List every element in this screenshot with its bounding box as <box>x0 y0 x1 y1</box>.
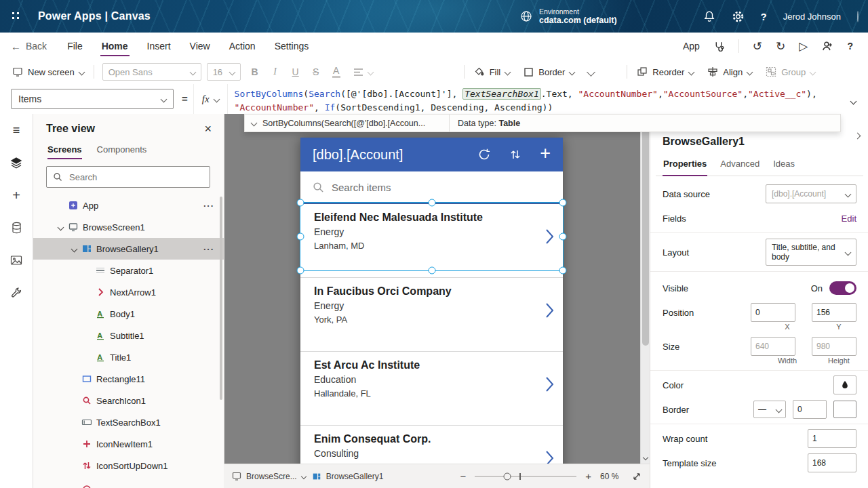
position-y-input[interactable] <box>812 303 856 322</box>
tree-item-nextarrow1[interactable]: NextArrow1 <box>33 281 224 303</box>
font-color-button[interactable]: A <box>326 60 347 84</box>
next-arrow-icon[interactable] <box>545 376 554 392</box>
panel-tab-advanced[interactable]: Advanced <box>714 153 766 176</box>
menu-item-action[interactable]: Action <box>220 33 265 60</box>
border-width-input[interactable] <box>793 400 827 419</box>
new-screen-button[interactable]: New screen <box>5 60 91 84</box>
tree-item-body1[interactable]: A Body1 <box>33 303 224 325</box>
position-x-input[interactable] <box>751 303 795 322</box>
next-arrow-icon[interactable] <box>545 450 554 464</box>
font-size-select[interactable]: 16 <box>207 63 241 81</box>
zoom-slider[interactable] <box>475 476 576 477</box>
reorder-button[interactable]: Reorder <box>630 60 701 84</box>
gallery-header-bar[interactable]: [dbo].[Account] + <box>300 138 563 171</box>
tree-view-close-button[interactable]: × <box>204 123 212 135</box>
rail-insert-button[interactable]: + <box>0 179 33 211</box>
new-item-button[interactable]: + <box>540 144 551 163</box>
more-formatting-button[interactable] <box>581 60 601 84</box>
account-button[interactable] <box>857 12 859 22</box>
menu-item-file[interactable]: File <box>58 33 92 60</box>
menubar-help-button[interactable]: ? <box>847 41 853 51</box>
app-launcher-button[interactable] <box>0 0 33 33</box>
border-button[interactable]: Border <box>517 60 581 84</box>
fill-button[interactable]: Fill <box>467 60 517 84</box>
gallery-item[interactable]: Est Arcu Ac Institute Education Hallanda… <box>300 351 563 425</box>
scrollbar-down-button[interactable] <box>641 452 650 463</box>
next-arrow-icon[interactable] <box>545 228 554 245</box>
rail-media-button[interactable] <box>0 244 33 277</box>
fields-edit-link[interactable]: Edit <box>842 214 856 224</box>
current-screen-select[interactable]: BrowseScre... <box>232 472 306 481</box>
tree-scrollbar[interactable] <box>220 197 222 400</box>
bold-button[interactable]: B <box>245 60 265 84</box>
gallery-item[interactable]: Enim Consequat Corp. Consulting New Have… <box>300 425 563 464</box>
tree-item-partial[interactable] <box>33 476 224 488</box>
gallery-item[interactable]: In Faucibus Orci Company Energy York, PA <box>300 277 563 351</box>
design-canvas[interactable]: [dbo].[Account] + <box>224 114 640 464</box>
undo-button[interactable]: ↺ <box>753 41 762 52</box>
group-button[interactable]: Group <box>759 60 822 84</box>
zoom-out-button[interactable]: − <box>460 471 466 481</box>
menu-item-home[interactable]: Home <box>92 33 138 60</box>
border-style-select[interactable]: — <box>753 401 786 418</box>
formula-result-expression[interactable]: SortByColumns(Search([@'[dbo].[Accoun... <box>245 115 450 131</box>
app-checker-button[interactable] <box>713 41 725 52</box>
tree-item-searchicon1[interactable]: SearchIcon1 <box>33 390 224 411</box>
strikethrough-button[interactable]: S <box>306 60 326 84</box>
gallery-item[interactable]: Eleifend Nec Malesuada Institute Energy … <box>300 204 563 277</box>
settings-button[interactable] <box>732 10 745 23</box>
tree-item-iconnewitem1[interactable]: IconNewItem1 <box>33 433 224 455</box>
align-button[interactable]: Align <box>701 60 759 84</box>
visible-toggle[interactable] <box>829 281 856 295</box>
formula-bar-expand-button[interactable] <box>851 96 856 106</box>
size-height-input[interactable] <box>812 337 856 356</box>
share-button[interactable] <box>821 40 833 52</box>
tree-item-subtitle1[interactable]: A Subtitle1 <box>33 325 224 346</box>
tree-item-separator1[interactable]: Separator1 <box>33 260 224 281</box>
fit-to-window-button[interactable] <box>632 472 642 481</box>
tree-item-iconsortupdown1[interactable]: IconSortUpDown1 <box>33 455 224 476</box>
gallery-search-box[interactable]: Search items <box>300 171 563 204</box>
more-options-icon[interactable]: ··· <box>203 244 214 254</box>
back-button[interactable]: ← Back <box>11 41 47 52</box>
underline-button[interactable]: U <box>285 60 306 84</box>
next-arrow-icon[interactable] <box>545 302 554 319</box>
panel-tab-properties[interactable]: Properties <box>657 153 713 176</box>
notifications-button[interactable] <box>703 10 715 22</box>
tree-item-textsearchbox1[interactable]: TextSearchBox1 <box>33 411 224 433</box>
tree-item-browsegallery1[interactable]: BrowseGallery1 ··· <box>33 238 224 260</box>
font-family-select[interactable]: Open Sans <box>102 63 201 81</box>
tree-tab-screens[interactable]: Screens <box>41 140 89 161</box>
expand-chevron-icon[interactable] <box>71 245 78 252</box>
italic-button[interactable]: I <box>265 60 285 84</box>
template-size-input[interactable] <box>808 453 856 472</box>
help-button[interactable]: ? <box>761 11 767 22</box>
wrap-count-input[interactable] <box>808 429 856 448</box>
tree-item-rectangle11[interactable]: Rectangle11 <box>33 368 224 390</box>
current-control-chip[interactable]: BrowseGallery1 <box>312 472 384 481</box>
tree-search-box[interactable] <box>46 166 210 188</box>
menu-item-view[interactable]: View <box>180 33 220 60</box>
preview-button[interactable]: ▷ <box>799 41 808 52</box>
formula-input[interactable]: SortByColumns(Search([@'[dbo].[Account]'… <box>228 84 847 117</box>
refresh-button[interactable] <box>477 148 491 161</box>
menu-item-settings[interactable]: Settings <box>265 33 319 60</box>
zoom-in-button[interactable]: + <box>585 471 591 481</box>
menu-item-insert[interactable]: Insert <box>138 33 180 60</box>
scrollbar-thumb[interactable] <box>642 122 649 346</box>
rail-menu-button[interactable]: ≡ <box>0 114 33 146</box>
sort-button[interactable] <box>509 148 521 161</box>
expand-chevron-icon[interactable] <box>58 224 64 230</box>
border-color-swatch[interactable] <box>833 401 856 418</box>
tree-item-browsescreen1[interactable]: BrowseScreen1 <box>33 216 224 238</box>
environment-switcher[interactable]: Environment cdata.com (default) <box>519 7 617 25</box>
rail-data-button[interactable] <box>0 211 33 244</box>
rail-tree-view-button[interactable] <box>0 146 33 179</box>
zoom-slider-knob[interactable] <box>504 472 511 480</box>
rail-advanced-tools-button[interactable] <box>0 277 33 309</box>
panel-collapse-button[interactable] <box>855 130 860 140</box>
size-width-input[interactable] <box>751 337 795 356</box>
tree-item-title1[interactable]: A Title1 <box>33 346 224 368</box>
panel-tab-ideas[interactable]: Ideas <box>767 153 801 176</box>
layout-select[interactable]: Title, subtitle, and body <box>766 239 856 266</box>
